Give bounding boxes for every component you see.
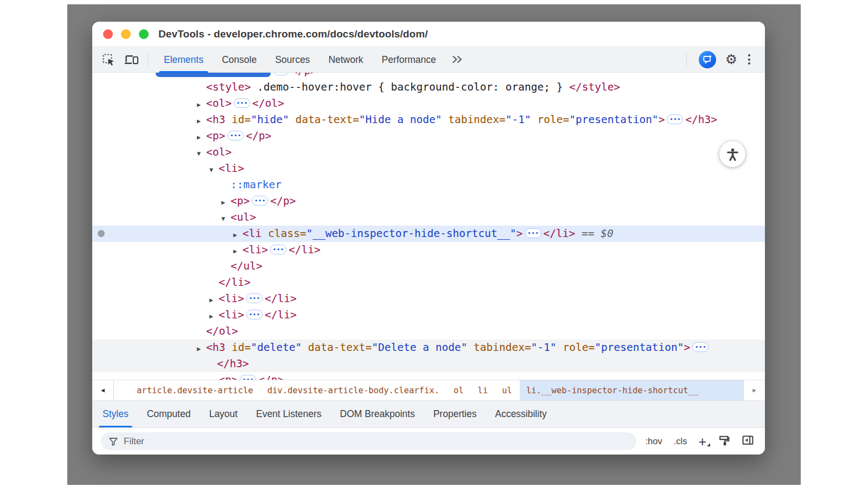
accessibility-overlay-button[interactable] <box>719 141 745 167</box>
tab-network[interactable]: Network <box>319 47 372 73</box>
filter-bar-actions: :hov .cls + <box>645 434 754 449</box>
dom-token: <ul> <box>231 211 256 223</box>
sidebar-tab-event-listeners[interactable]: Event Listeners <box>247 401 331 427</box>
toggle-classes-button[interactable]: .cls <box>674 436 687 446</box>
maximize-window-button[interactable] <box>139 29 149 39</box>
dom-row[interactable]: ▶<p>•••</p> <box>92 372 765 380</box>
expand-arrow-icon[interactable]: ▶ <box>197 97 206 113</box>
filter-input[interactable] <box>124 436 286 447</box>
dom-row[interactable]: ▼<ul> <box>92 209 765 226</box>
dom-row[interactable]: ▶<p>•••</p> <box>92 193 765 209</box>
breadcrumb-item[interactable]: div.devsite-article-body.clearfix. <box>261 380 446 400</box>
device-toolbar-button[interactable] <box>122 50 141 69</box>
tab-performance[interactable]: Performance <box>373 47 445 73</box>
settings-button[interactable]: ⚙ <box>722 52 741 67</box>
ellipsis-expand-icon[interactable]: ••• <box>667 114 683 124</box>
dom-token: </li> <box>265 309 297 321</box>
inspect-element-button[interactable] <box>99 50 118 69</box>
dom-row[interactable]: ▶<li class="__web-inspector-hide-shortcu… <box>92 226 765 242</box>
dom-token: </p> <box>291 73 317 77</box>
expand-arrow-icon[interactable]: ▶ <box>233 243 242 259</box>
dom-row[interactable]: <style> .demo--hover:hover { background-… <box>92 79 765 95</box>
clipped-selection-bar <box>156 73 271 77</box>
breadcrumb-item[interactable]: li.__web-inspector-hide-shortcut__ <box>520 380 743 400</box>
toggle-panel-icon <box>742 434 754 446</box>
breadcrumb-scroll-right-button[interactable]: ▶ <box>743 380 765 400</box>
dom-row[interactable]: ▼<ol> <box>92 144 765 161</box>
ellipsis-expand-icon[interactable]: ••• <box>252 196 268 206</box>
dom-token: "Hide a node" <box>359 113 442 126</box>
dom-token: </h3> <box>217 357 249 370</box>
ellipsis-expand-icon[interactable]: ••• <box>227 131 244 140</box>
sidebar-tab-computed[interactable]: Computed <box>138 401 200 427</box>
rendering-emulation-button[interactable] <box>718 434 730 449</box>
inspect-element-icon <box>101 53 116 67</box>
ellipsis-expand-icon[interactable]: ••• <box>270 245 286 254</box>
new-style-rule-button[interactable]: + <box>698 436 706 447</box>
expand-arrow-icon[interactable]: ▶ <box>197 129 206 145</box>
tab-elements[interactable]: Elements <box>155 47 213 73</box>
close-window-button[interactable] <box>103 29 113 39</box>
breadcrumb-list: article.devsite-articlediv.devsite-artic… <box>114 380 743 400</box>
ellipsis-expand-icon[interactable]: ••• <box>692 342 709 352</box>
dom-row[interactable]: ▶<li>•••</li> <box>92 307 765 323</box>
tab-console[interactable]: Console <box>213 47 266 73</box>
sidebar-tab-layout[interactable]: Layout <box>200 401 247 427</box>
ellipsis-expand-icon[interactable]: ••• <box>240 375 256 380</box>
dom-row[interactable]: ▶<ol>•••</ol> <box>92 95 765 112</box>
breadcrumb-item[interactable]: ol <box>447 380 470 400</box>
dom-token: "__web-inspector-hide-shortcut__" <box>306 227 516 240</box>
ellipsis-expand-icon[interactable]: ••• <box>234 98 250 108</box>
toggle-sidebar-button[interactable] <box>742 434 754 448</box>
dom-row[interactable]: ▼<li> <box>92 161 765 177</box>
ellipsis-expand-icon[interactable]: ••• <box>273 73 289 75</box>
ellipsis-expand-icon[interactable]: ••• <box>525 228 541 238</box>
minimize-window-button[interactable] <box>121 29 131 39</box>
ellipsis-expand-icon[interactable]: ••• <box>246 293 263 303</box>
expand-arrow-icon[interactable]: ▼ <box>221 210 231 227</box>
more-tabs-button[interactable] <box>445 55 469 64</box>
sidebar-tab-accessibility[interactable]: Accessibility <box>486 401 556 427</box>
expand-arrow-icon[interactable]: ▶ <box>197 341 206 357</box>
expand-arrow-icon[interactable]: ▶ <box>221 194 231 210</box>
dom-token: == <box>575 227 601 240</box>
breadcrumb-item[interactable]: li <box>471 380 495 400</box>
dom-row[interactable]: </ol> <box>92 323 765 340</box>
dom-row[interactable]: •••</p> <box>92 73 765 79</box>
sidebar-tab-styles[interactable]: Styles <box>93 401 138 427</box>
expand-arrow-icon[interactable]: ▶ <box>233 227 242 243</box>
element-state-dot <box>98 230 105 237</box>
dom-token: <p> <box>206 130 225 142</box>
ai-assistant-button[interactable] <box>699 51 716 68</box>
expand-arrow-icon[interactable]: ▶ <box>209 373 219 380</box>
kebab-menu-button[interactable] <box>741 54 757 65</box>
tab-sources[interactable]: Sources <box>266 47 319 73</box>
expand-arrow-icon[interactable]: ▼ <box>197 145 206 162</box>
sidebar-tab-properties[interactable]: Properties <box>424 401 486 427</box>
dom-row[interactable]: </li> <box>92 274 765 291</box>
expand-arrow-icon[interactable]: ▶ <box>209 308 219 324</box>
dom-row[interactable]: ▶<li>•••</li> <box>92 242 765 258</box>
expand-arrow-icon[interactable]: ▶ <box>197 113 206 129</box>
filter-field[interactable] <box>101 432 636 450</box>
dom-row[interactable]: ▶<h3 id="delete" data-text="Delete a nod… <box>92 340 765 356</box>
expand-arrow-icon[interactable]: ▼ <box>209 162 219 178</box>
toggle-element-state-button[interactable]: :hov <box>645 436 662 446</box>
title-bar: DevTools - developer.chrome.com/docs/dev… <box>92 22 765 47</box>
dom-row[interactable]: </ul> <box>92 258 765 274</box>
paint-brush-icon <box>718 434 730 446</box>
dom-token: <li> <box>219 309 244 321</box>
ellipsis-expand-icon[interactable]: ••• <box>246 310 263 319</box>
breadcrumb-item[interactable]: article.devsite-article <box>130 380 260 400</box>
dom-row[interactable]: ::marker <box>92 177 765 193</box>
breadcrumb-scroll-left-button[interactable]: ◀ <box>92 380 114 400</box>
expand-arrow-icon[interactable]: ▶ <box>209 292 219 308</box>
breadcrumb-item[interactable]: ul <box>495 380 519 400</box>
dom-row[interactable]: </h3> <box>92 356 765 372</box>
dom-token: "-1" <box>506 113 531 126</box>
sidebar-tab-dom-breakpoints[interactable]: DOM Breakpoints <box>331 401 424 427</box>
styles-filter-bar: :hov .cls + <box>92 427 765 455</box>
dom-row[interactable]: ▶<p>•••</p> <box>92 128 765 144</box>
dom-row[interactable]: ▶<h3 id="hide" data-text="Hide a node" t… <box>92 112 765 128</box>
dom-row[interactable]: ▶<li>•••</li> <box>92 291 765 307</box>
